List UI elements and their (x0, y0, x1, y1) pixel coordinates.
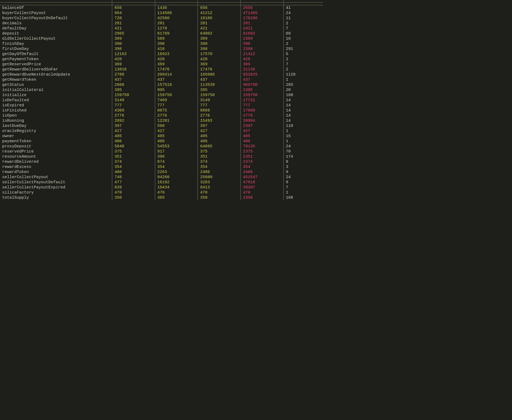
cell-name: firstDueDay (0, 46, 112, 52)
table-row: lastDueDay 397 560 397 2397 110 (0, 123, 323, 128)
table-row: isOpen 2776 2776 2776 2776 14 (0, 113, 323, 118)
cell-calls: 2 (284, 21, 323, 26)
cell-avg: 8875 (155, 108, 198, 113)
cell-max: 471405 (241, 11, 284, 16)
cell-calls: 14 (284, 103, 323, 108)
cell-median: 420 (198, 57, 241, 62)
cell-median: 397 (198, 123, 241, 128)
cell-name: isRunning (0, 118, 112, 123)
cell-calls: 7 (284, 62, 323, 67)
cell-max: 17600 (241, 108, 284, 113)
cell-min: 3149 (112, 98, 155, 103)
cell-max: 777 (241, 103, 284, 108)
table-row: firstDueDay 398 418 398 2398 291 (0, 46, 323, 52)
cell-avg: 159750 (155, 93, 198, 98)
cell-name: defaultDay (0, 26, 112, 31)
cell-max: 178208 (241, 16, 284, 21)
cell-min: 470 (112, 190, 155, 195)
table-row: balanceOf 656 1436 656 2656 41 (0, 5, 323, 11)
cell-name: buyerCollectPayout (0, 11, 112, 16)
cell-avg: 560 (155, 123, 198, 128)
cell-avg: 354 (155, 164, 198, 170)
cell-max: 390 (241, 41, 284, 46)
cell-median: 2486 (198, 170, 241, 175)
cell-max: 2656 (241, 5, 284, 11)
cell-max: 2350 (241, 195, 284, 200)
cell-median: 64895 (198, 144, 241, 149)
table-row: silicaFactory 470 470 470 470 1 (0, 190, 323, 195)
cell-median: 395 (198, 87, 241, 93)
cell-calls: 291 (284, 46, 323, 52)
cell-calls: 110 (284, 123, 323, 128)
cell-max: 652025 (241, 72, 284, 77)
cell-median: 656 (198, 5, 241, 11)
cell-calls: 24 (284, 144, 323, 149)
table-row: isFinished 4369 8875 8869 17600 14 (0, 108, 323, 113)
cell-max: 2776 (241, 113, 284, 118)
cell-min: 777 (112, 103, 155, 108)
cell-min: 405 (112, 134, 155, 139)
cell-calls: 24 (284, 175, 323, 180)
table-row: rewardToken 486 2263 2486 2486 9 (0, 170, 323, 175)
cell-min: 350 (112, 195, 155, 200)
cell-calls: 168 (284, 195, 323, 200)
cell-name: decimals (0, 21, 112, 26)
cell-max: 21136 (241, 67, 284, 72)
cell-calls: 7 (284, 26, 323, 31)
cell-max: 2397 (241, 123, 284, 128)
cell-avg: 157518 (155, 82, 198, 87)
cell-avg: 427 (155, 128, 198, 134)
cell-avg: 94260 (155, 175, 198, 180)
cell-name: sellerCollectPayoutDefault (0, 180, 112, 185)
cell-avg: 406 (155, 139, 198, 144)
cell-name: rewardToken (0, 170, 112, 175)
cell-name: getStatus (0, 82, 112, 87)
cell-name: sellerCollectPayout (0, 175, 112, 180)
cell-min: 477 (112, 180, 155, 185)
cell-name: isDefaulted (0, 98, 112, 103)
cell-max: 354 (241, 164, 284, 170)
cell-name: sellerCollectPayoutExpired (0, 185, 112, 190)
cell-median: 398 (198, 46, 241, 52)
cell-max: 420 (241, 57, 284, 62)
cell-min: 839 (112, 185, 155, 190)
table-row: rewardExcess 354 354 354 354 3 (0, 164, 323, 170)
cell-calls: 108 (284, 93, 323, 98)
cell-median: 281 (198, 21, 241, 26)
cell-name: buyerCollectPayoutOnDefault (0, 16, 112, 21)
cell-avg: 54553 (155, 144, 198, 149)
cell-avg: 61769 (155, 31, 198, 36)
cell-name: balanceOf (0, 5, 112, 11)
cell-min: 427 (112, 128, 155, 134)
cell-name: getRewardToken (0, 77, 112, 82)
table-row: isDefaulted 3149 7469 3149 17731 14 (0, 98, 323, 103)
cell-max: 2398 (241, 46, 284, 52)
cell-min: 2868 (112, 82, 155, 87)
cell-avg: 114580 (155, 11, 198, 16)
cell-calls: 2 (284, 67, 323, 72)
cell-min: 664 (112, 11, 155, 16)
cell-max: 451547 (241, 175, 284, 180)
cell-median: 390 (198, 41, 241, 46)
cell-max: 470 (241, 190, 284, 195)
cell-median: 470 (198, 190, 241, 195)
table-row: reservedPrice 375 917 375 2375 70 (0, 149, 323, 154)
cell-min: 13816 (112, 67, 155, 72)
cell-avg: 589 (155, 36, 198, 41)
cell-min: 406 (112, 139, 155, 144)
cell-min: 390 (112, 41, 155, 46)
cell-max: 437 (241, 77, 284, 82)
cell-median: 406 (198, 139, 241, 144)
cell-max: 405 (241, 134, 284, 139)
cell-max: 159750 (241, 93, 284, 98)
cell-avg: 917 (155, 149, 198, 154)
cell-median: 374 (198, 159, 241, 164)
cell-avg: 17476 (155, 67, 198, 72)
cell-avg: 369 (155, 62, 198, 67)
cell-median: 18186 (198, 16, 241, 21)
cell-name: getRewardDeliveredSoFar (0, 67, 112, 72)
cell-median: 389 (198, 36, 241, 41)
table-row: initialCollateral 395 995 395 2395 20 (0, 87, 323, 93)
cell-name: resourceAmount (0, 154, 112, 159)
cell-min: 398 (112, 46, 155, 52)
